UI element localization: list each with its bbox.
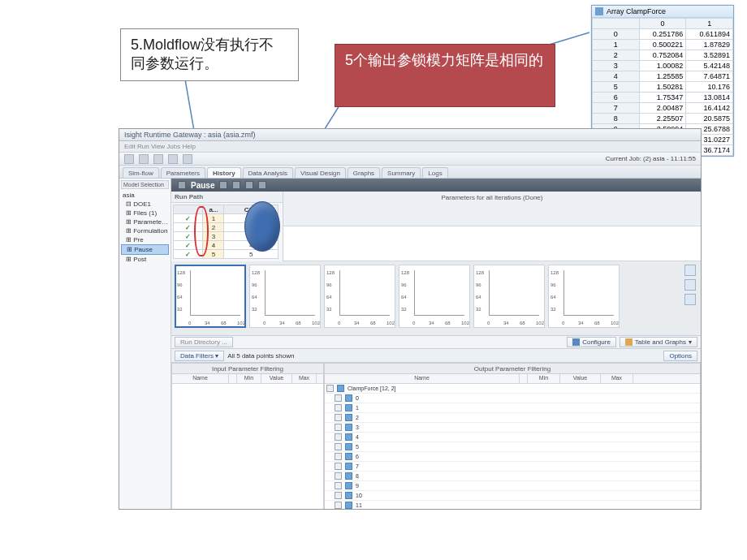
tree-item[interactable]: ⊞ Pause — [121, 244, 169, 255]
control-play-icon[interactable] — [219, 181, 227, 189]
opf-row[interactable]: 7 — [325, 462, 700, 472]
table-icon — [625, 338, 633, 346]
app-window: Isight Runtime Gateway : asia (asia.zmf)… — [119, 128, 702, 510]
graph-side-button[interactable] — [684, 265, 696, 276]
toolbar-button[interactable] — [153, 154, 163, 164]
tree-item[interactable]: ⊞ Parameters (425) — [121, 218, 169, 226]
data-filters-row: Data Filters ▾ All 5 data points shown O… — [171, 349, 701, 363]
menubar[interactable]: Edit Run View Jobs Help — [119, 141, 701, 153]
data-filters-button[interactable]: Data Filters ▾ — [175, 351, 224, 361]
callout-text: 5个输出参锁模力矩阵是相同的 — [345, 52, 543, 68]
tab-summary[interactable]: Summary — [382, 167, 421, 178]
opf-row[interactable]: 8 — [325, 472, 700, 481]
tab-graphs[interactable]: Graphs — [348, 167, 380, 178]
toolbar-button[interactable] — [124, 154, 134, 164]
points-shown-label: All 5 data points shown — [227, 352, 294, 360]
opf-title: Output Parameter Filtering — [325, 364, 700, 374]
control-stop-icon[interactable] — [258, 181, 266, 189]
tree-root[interactable]: asia — [121, 191, 169, 200]
sidebar-title: Model Selection — [121, 180, 169, 189]
graph-thumbnail[interactable]: 12896643203468102 — [548, 265, 620, 328]
toolbar-button[interactable] — [139, 154, 149, 164]
pause-icon[interactable] — [178, 181, 186, 189]
options-button[interactable]: Options — [663, 351, 697, 361]
tabbar: Sim-flowParametersHistoryData AnalysisVi… — [119, 166, 701, 179]
opf-row[interactable]: 5 — [325, 442, 700, 452]
opf-row[interactable]: 6 — [325, 452, 700, 462]
opf-row[interactable]: 9 — [325, 481, 700, 491]
graph-thumbnails-row: 1289664320346810212896643203468102128966… — [171, 261, 701, 336]
graph-thumbnail[interactable]: 12896643203468102 — [324, 265, 395, 328]
input-parameter-filtering: Input Parameter Filtering NameMinValueMa… — [171, 363, 324, 510]
tab-parameters[interactable]: Parameters — [161, 167, 205, 178]
current-job-label: Current Job: (2) asia - 11:11:55 — [606, 155, 696, 162]
parameters-all-body — [283, 226, 701, 261]
callout-output-matrix: 5个输出参锁模力矩阵是相同的 — [335, 44, 555, 107]
parameters-all-title: Parameters for all Iterations (Done) — [283, 192, 701, 226]
toolbar-button[interactable] — [183, 154, 192, 164]
graph-thumbnail[interactable]: 12896643203468102 — [399, 265, 470, 328]
filter-panels: Input Parameter Filtering NameMinValueMa… — [171, 363, 701, 510]
tree-item[interactable]: ⊞ Post — [121, 255, 169, 264]
annotation-blue-oval — [244, 201, 280, 252]
ipf-title: Input Parameter Filtering — [172, 364, 323, 374]
opf-row[interactable]: 3 — [325, 423, 700, 433]
opf-row[interactable]: 10 — [325, 491, 700, 501]
opf-row[interactable]: 2 — [325, 413, 700, 423]
tree-item[interactable]: ⊞ Pre — [121, 235, 169, 244]
output-parameter-filtering: Output Parameter Filtering NameMinValueM… — [324, 363, 701, 510]
graph-thumbnail[interactable]: 12896643203468102 — [249, 265, 321, 328]
tab-history[interactable]: History — [207, 167, 241, 178]
run-path-panel: Run Path a...C1...✓11✓22✓33✓44✓55 — [171, 192, 283, 261]
tree-item[interactable]: ⊞ Files (1) — [121, 209, 169, 218]
wrench-icon — [572, 338, 580, 346]
tab-data-analysis[interactable]: Data Analysis — [243, 167, 293, 178]
callout-text: 5.Moldflow没有执行不同参数运行。 — [131, 37, 274, 71]
grid-icon — [595, 7, 603, 15]
main-panel: Pause Run Path a...C1...✓11✓22✓33✓44✓55 … — [171, 179, 701, 510]
callout-moldflow-note: 5.Moldflow没有执行不同参数运行。 — [120, 28, 299, 81]
graph-thumbnail[interactable]: 12896643203468102 — [473, 265, 545, 328]
opf-row[interactable]: 11 — [325, 501, 700, 510]
tab-visual-design[interactable]: Visual Design — [295, 167, 346, 178]
table-graphs-button[interactable]: Table and Graphs▾ — [620, 337, 697, 347]
opf-root-row[interactable]: ClampForce [12, 2] — [325, 384, 700, 394]
configure-button[interactable]: Configure — [567, 337, 616, 347]
pause-label: Pause — [191, 181, 214, 190]
toolbar-button[interactable] — [168, 154, 178, 164]
tree-item[interactable]: ⊞ Formulation — [121, 226, 169, 235]
array-clampforce-title: Array ClampForce — [592, 6, 733, 18]
model-selection-sidebar: Model Selection asia ⊟ DOE1⊞ Files (1)⊞ … — [119, 179, 171, 510]
opf-row[interactable]: 4 — [325, 433, 700, 442]
graph-side-button[interactable] — [684, 294, 696, 305]
tab-logs[interactable]: Logs — [422, 167, 447, 178]
opf-row[interactable]: 1 — [325, 403, 700, 413]
run-directory-row: Run Directory ... Configure Table and Gr… — [171, 336, 701, 349]
pause-bar: Pause — [171, 179, 701, 192]
opf-row[interactable]: 0 — [325, 394, 700, 403]
tree-item[interactable]: ⊟ DOE1 — [121, 200, 169, 209]
control-step-icon[interactable] — [232, 181, 240, 189]
tab-sim-flow[interactable]: Sim-flow — [123, 167, 159, 178]
toolbar: Current Job: (2) asia - 11:11:55 — [119, 153, 701, 166]
control-refresh-icon[interactable] — [245, 181, 253, 189]
graph-side-button[interactable] — [684, 279, 696, 291]
window-title: Isight Runtime Gateway : asia (asia.zmf) — [119, 129, 701, 141]
graph-thumbnail[interactable]: 12896643203468102 — [175, 265, 246, 328]
run-directory-button[interactable]: Run Directory ... — [175, 337, 233, 347]
